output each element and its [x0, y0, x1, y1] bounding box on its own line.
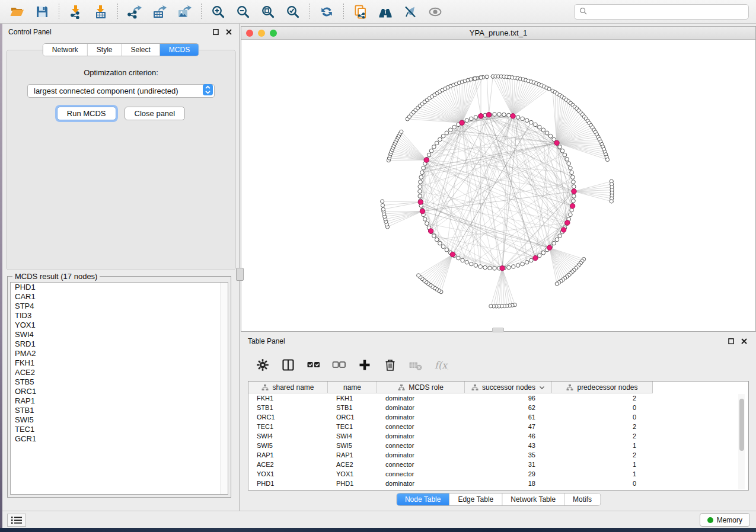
graph-node[interactable] — [425, 222, 429, 226]
mcds-result-item[interactable]: ACE2 — [11, 368, 228, 377]
import-network-icon[interactable] — [66, 2, 86, 21]
settings-gear-icon[interactable] — [255, 357, 270, 373]
graph-node[interactable] — [493, 113, 497, 117]
zoom-in-icon[interactable] — [208, 2, 228, 21]
search-input[interactable] — [591, 8, 748, 16]
graph-satellite-node[interactable] — [610, 200, 613, 203]
graph-node[interactable] — [488, 266, 492, 270]
graph-satellite-node[interactable] — [555, 282, 559, 286]
graph-node[interactable] — [529, 120, 534, 124]
graph-node[interactable] — [534, 123, 538, 127]
graph-node[interactable] — [418, 185, 422, 189]
graph-mcds-hub-node[interactable] — [450, 252, 455, 257]
graph-node[interactable] — [569, 166, 573, 170]
table-row[interactable]: SWI4SWI4dominator462 — [248, 431, 748, 441]
mcds-result-item[interactable]: STB1 — [11, 406, 228, 415]
graph-mcds-hub-node[interactable] — [533, 255, 538, 260]
delete-column-icon[interactable] — [382, 357, 398, 373]
graph-mcds-hub-node[interactable] — [460, 120, 464, 125]
tab-network[interactable]: Network — [43, 44, 87, 56]
graph-node[interactable] — [521, 262, 525, 266]
tab-select[interactable]: Select — [122, 44, 160, 56]
tab-node-table[interactable]: Node Table — [397, 493, 449, 505]
graph-node[interactable] — [541, 128, 546, 132]
export-web-page-icon[interactable] — [350, 2, 371, 21]
add-column-icon[interactable] — [357, 357, 372, 373]
refresh-layout-icon[interactable] — [317, 2, 337, 21]
graph-node[interactable] — [497, 113, 502, 117]
graph-node[interactable] — [419, 175, 423, 180]
memory-button[interactable]: Memory — [700, 513, 750, 527]
graph-satellite-node[interactable] — [489, 305, 493, 308]
graph-node[interactable] — [548, 134, 553, 138]
graph-node[interactable] — [555, 238, 559, 242]
show-columns-icon[interactable] — [280, 357, 296, 373]
graph-node[interactable] — [470, 262, 474, 266]
tab-network-table[interactable]: Network Table — [502, 493, 564, 505]
close-panel-button[interactable]: Close panel — [125, 107, 186, 120]
table-row[interactable]: RAP1RAP1dominator352 — [248, 450, 748, 460]
zoom-fit-icon[interactable] — [258, 2, 278, 21]
graph-mcds-hub-node[interactable] — [428, 229, 433, 233]
run-mcds-button[interactable]: Run MCDS — [57, 107, 116, 120]
table-row[interactable]: YOX1YOX1connector291 — [248, 469, 748, 479]
graph-node[interactable] — [571, 175, 575, 180]
graph-node[interactable] — [521, 117, 525, 121]
graph-mcds-hub-node[interactable] — [570, 204, 575, 209]
export-image-icon[interactable] — [174, 2, 194, 21]
mcds-result-item[interactable]: SWI4 — [11, 330, 228, 339]
table-scrollbar-thumb[interactable] — [739, 399, 744, 451]
toggle-graphics-details-icon[interactable] — [400, 2, 420, 21]
graph-mcds-hub-node[interactable] — [479, 114, 483, 118]
graph-node[interactable] — [423, 217, 428, 222]
tab-mcds[interactable]: MCDS — [160, 44, 199, 56]
graph-node[interactable] — [448, 128, 452, 132]
float-panel-icon[interactable] — [211, 27, 221, 37]
close-table-panel-icon[interactable] — [739, 336, 749, 346]
mcds-result-item[interactable]: GCR1 — [11, 434, 228, 444]
zoom-out-icon[interactable] — [233, 2, 253, 21]
graph-node[interactable] — [452, 125, 457, 129]
graph-mcds-hub-node[interactable] — [554, 140, 559, 145]
graph-node[interactable] — [512, 265, 516, 269]
graph-satellite-node[interactable] — [479, 76, 483, 79]
column-header-MCDS-role[interactable]: MCDS role — [377, 382, 465, 393]
graph-mcds-hub-node[interactable] — [424, 158, 429, 162]
graph-node[interactable] — [525, 118, 529, 123]
criterion-dropdown[interactable]: largest connected component (undirected) — [27, 84, 215, 98]
graph-node[interactable] — [457, 256, 461, 260]
graph-node[interactable] — [563, 153, 567, 157]
graph-node[interactable] — [545, 131, 549, 135]
show-panels-button[interactable] — [7, 514, 26, 527]
table-row[interactable]: SWI5SWI5connector431 — [248, 441, 748, 450]
graph-node[interactable] — [422, 166, 426, 170]
mcds-list-scrollbar[interactable] — [221, 283, 228, 494]
graph-node[interactable] — [507, 265, 511, 270]
graph-node[interactable] — [419, 180, 423, 184]
float-table-panel-icon[interactable] — [726, 336, 736, 346]
graph-node[interactable] — [474, 116, 478, 120]
graph-node[interactable] — [529, 258, 534, 262]
graph-mcds-hub-node[interactable] — [418, 200, 423, 204]
graph-node[interactable] — [441, 134, 445, 138]
graph-node[interactable] — [516, 116, 520, 120]
graph-satellite-node[interactable] — [473, 77, 477, 81]
graph-node[interactable] — [560, 149, 564, 153]
tab-motifs[interactable]: Motifs — [564, 493, 600, 505]
graph-node[interactable] — [538, 254, 542, 258]
tab-edge-table[interactable]: Edge Table — [449, 493, 502, 505]
graph-node[interactable] — [493, 267, 497, 271]
graph-node[interactable] — [445, 131, 449, 135]
graph-node[interactable] — [567, 162, 571, 166]
mcds-result-item[interactable]: RAP1 — [11, 396, 228, 406]
search-binoculars-icon[interactable] — [375, 2, 395, 21]
graph-node[interactable] — [418, 194, 422, 198]
graph-node[interactable] — [552, 241, 556, 245]
graph-node[interactable] — [445, 248, 449, 252]
graph-node[interactable] — [538, 125, 542, 129]
deselect-all-icon[interactable] — [331, 357, 347, 373]
export-network-icon[interactable] — [125, 2, 145, 21]
graph-node[interactable] — [572, 180, 576, 184]
toolbar-search[interactable] — [574, 4, 749, 20]
mcds-result-item[interactable]: ORC1 — [11, 387, 228, 396]
